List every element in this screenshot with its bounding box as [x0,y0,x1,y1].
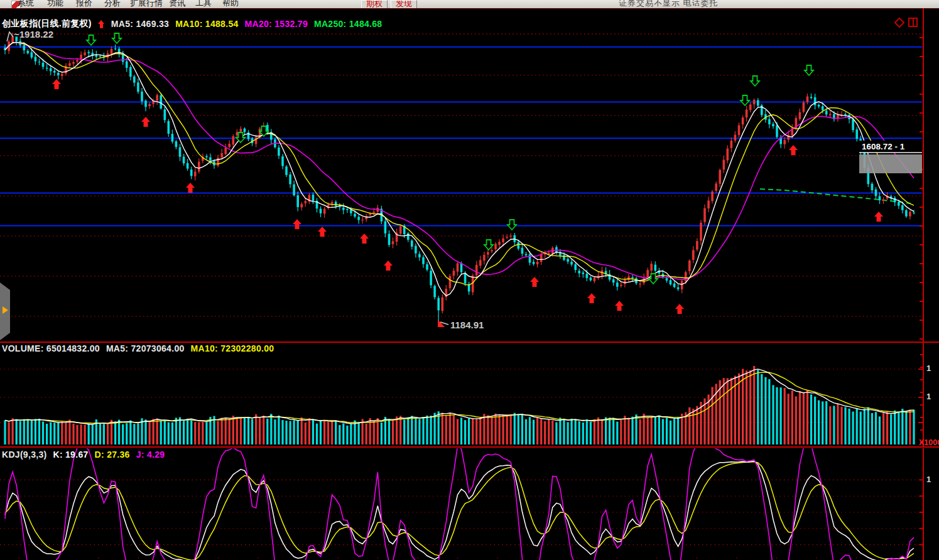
menu-hot-label-2: 发现 [396,0,412,9]
kdj-d-label: D: 27.36 [95,450,130,460]
menu-hot-button-1[interactable]: 期权 [361,0,388,9]
kdj-k-label: K: 19.67 [53,450,88,460]
volume-chart-layers [0,343,923,446]
kdj-axis-label: 1 [926,475,931,484]
kdj-name-label: KDJ(9,3,3) [2,450,46,460]
volume-header: VOLUME: 65014832.00 MA5: 72073064.00 MA1… [2,343,274,353]
menu-item-info[interactable]: 资讯 [169,0,185,8]
kdj-j-label: J: 4.29 [136,450,165,460]
main-chart-header: 创业板指(日线.前复权) MA5: 1469.33 MA10: 1488.54 … [2,18,382,30]
menu-bar: 系统 功能 报价 分析 扩展行情 资讯 工具 帮助 期权 发现 证券交易不显示 … [0,0,939,9]
trading-terminal-window: { "menu_bar": { "items": [ {"label":"系统"… [0,0,939,560]
volume-chart-canvas[interactable]: 1 1 X10000 [0,343,939,446]
kdj-chart-canvas[interactable]: 1 [0,448,939,560]
menu-item-help[interactable]: 帮助 [222,0,239,8]
flyout-expand-arrow-icon [3,306,8,314]
volume-kdj-separator [0,446,939,448]
menu-item-system[interactable]: 系统 [18,0,34,8]
volume-value-label: VOLUME: 65014832.00 [2,343,100,353]
ma250-value-label: MA250: 1484.68 [314,19,383,29]
volume-axis-label-2: 1 [926,392,931,401]
kdj-header: KDJ(9,3,3) K: 19.67 D: 27.36 J: 4.29 [2,450,165,460]
menu-hot-label-1: 期权 [366,0,383,9]
menu-right-status-text: 证券交易不显示 电话委托 [619,0,719,8]
low-price-label: 1184.91 [450,320,484,330]
high-price-label: ~1918.22 [14,29,53,40]
main-chart-canvas[interactable]: ~1918.22 1184.91 1608.72 - 1 [0,8,939,342]
volume-multiplier-label: X10000 [919,438,939,446]
tooltip-value-label: 1608.72 - 1 [862,142,905,151]
ma5-value-label: MA5: 1469.33 [111,19,169,29]
volume-axis-label-1: 1 [926,363,931,373]
kdj-chart-layers [0,448,923,560]
volume-ma5-label: MA5: 72073064.00 [106,343,185,353]
ma10-value-label: MA10: 1488.54 [175,19,238,29]
menu-item-extended[interactable]: 扩展行情 [130,0,163,8]
main-chart-layers [0,8,923,342]
split-panes-icon[interactable] [908,18,918,27]
menu-hot-button-2[interactable]: 发现 [391,0,417,9]
menu-item-analysis[interactable]: 分析 [104,0,121,8]
chart-title: 创业板指(日线.前复权) [2,18,92,30]
volume-ma10-label: MA10: 72302280.00 [191,343,274,353]
sidebar-flyout-handle[interactable] [0,283,10,340]
menu-item-function[interactable]: 功能 [47,0,63,8]
menu-item-tools[interactable]: 工具 [195,0,212,8]
ma20-value-label: MA20: 1532.79 [245,19,308,29]
menu-item-quotes[interactable]: 报价 [76,0,92,8]
tooltip-highlight-box[interactable] [859,154,922,173]
trend-up-arrow-icon [98,20,105,28]
